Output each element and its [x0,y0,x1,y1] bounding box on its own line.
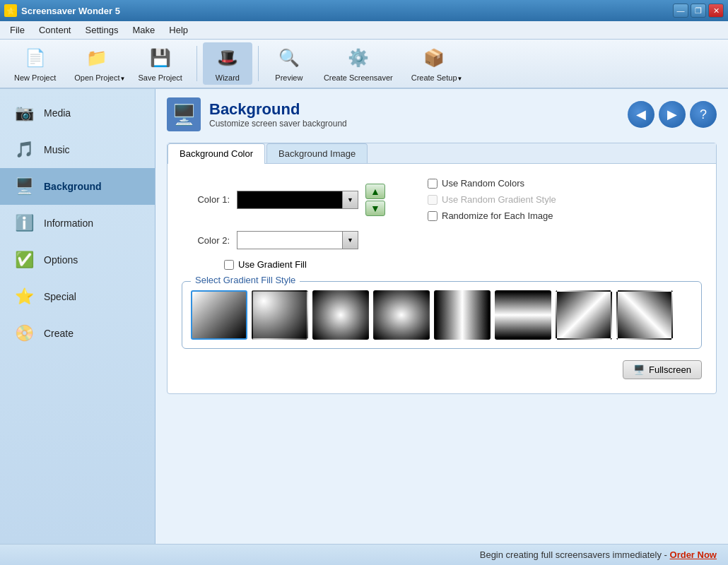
fullscreen-button[interactable]: 🖥️ Fullscreen [623,360,702,379]
menu-settings[interactable]: Settings [80,23,124,37]
color1-preview[interactable] [237,191,343,209]
menu-help[interactable]: Help [163,23,194,37]
color2-row: Color 2: ▼ [182,231,702,249]
main-panel: Background Color Background Image Color … [167,143,717,394]
restore-button[interactable]: ❐ [691,4,706,18]
create-screensaver-label: Create Screensaver [324,73,393,82]
color2-dropdown-button[interactable]: ▼ [343,231,358,249]
tab-bar: Background Color Background Image [168,143,716,164]
preview-label: Preview [275,73,303,82]
background-icon: 🖥️ [11,174,37,199]
preview-icon: 🔍 [276,45,302,71]
color1-label: Color 1: [182,194,230,205]
tab-content-background-color: Color 1: ▼ ▲ ▼ Use Random Colors [168,164,716,393]
use-random-colors-checkbox[interactable] [428,179,438,189]
gradient-section: Select Gradient Fill Style [182,281,702,349]
content-area: 🖥️ Background Customize screen saver bac… [155,89,728,544]
wizard-button[interactable]: 🎩 Wizard [203,42,252,85]
color2-preview[interactable] [237,231,343,249]
fullscreen-icon: 🖥️ [633,364,645,375]
color1-dropdown-button[interactable]: ▼ [343,191,358,209]
page-header-icon: 🖥️ [167,97,201,131]
sidebar-label-special: Special [44,291,76,302]
close-button[interactable]: ✕ [708,4,724,18]
create-setup-label: Create Setup [411,73,457,82]
gradient-swatch-6[interactable] [556,290,612,340]
new-project-label: New Project [14,73,56,82]
new-project-icon: 📄 [23,45,48,71]
swap-arrow-buttons: ▲ ▼ [365,184,385,216]
create-screensaver-button[interactable]: ⚙️ Create Screensaver [315,42,401,85]
swap-up-button[interactable]: ▲ [365,184,385,199]
save-project-icon: 💾 [148,45,173,71]
menu-bar: File Content Settings Make Help [0,21,728,40]
randomize-each-image-checkbox[interactable] [428,211,438,221]
right-checkboxes: Use Random Colors Use Random Gradient St… [428,178,556,221]
use-random-gradient-checkbox[interactable] [428,195,438,205]
sidebar-item-information[interactable]: ℹ️ Information [0,205,155,242]
tab-background-image[interactable]: Background Image [266,143,368,163]
options-icon: ✅ [11,247,37,273]
color1-row: Color 1: ▼ ▲ ▼ Use Random Colors [182,178,702,221]
use-random-gradient-row: Use Random Gradient Style [428,194,556,205]
create-setup-arrow-icon: ▼ [457,76,463,82]
app-icon: ⭐ [4,4,17,17]
minimize-button[interactable]: — [673,4,688,18]
use-gradient-fill-row: Use Gradient Fill [224,259,702,270]
sidebar-item-special[interactable]: ⭐ Special [0,278,155,315]
color2-select: ▼ [237,231,358,249]
page-header: 🖥️ Background Customize screen saver bac… [167,97,717,131]
save-project-button[interactable]: 💾 Save Project [130,42,191,85]
order-now-link[interactable]: Order Now [670,549,717,560]
status-text: Begin creating full screensavers immedia… [480,549,717,560]
save-project-label: Save Project [139,73,182,82]
use-random-colors-row: Use Random Colors [428,178,556,189]
music-icon: 🎵 [11,137,37,162]
toolbar-separator-2 [258,46,259,81]
gradient-swatch-5[interactable] [495,290,551,340]
color2-label: Color 2: [182,235,230,246]
randomize-each-image-row: Randomize for Each Image [428,210,556,221]
page-header-nav: ◀ ▶ ? [628,101,717,128]
gradient-section-title: Select Gradient Fill Style [191,275,300,285]
gradient-swatch-2[interactable] [312,290,369,340]
open-project-button[interactable]: 📁 Open Project ▼ [66,42,128,85]
gradient-section-border: Select Gradient Fill Style [182,281,702,349]
gradient-swatch-0[interactable] [191,290,247,340]
preview-button[interactable]: 🔍 Preview [264,42,314,85]
menu-content[interactable]: Content [33,23,77,37]
gradient-swatch-3[interactable] [373,290,430,340]
sidebar-item-options[interactable]: ✅ Options [0,242,155,278]
new-project-button[interactable]: 📄 New Project [6,42,64,85]
create-setup-button[interactable]: 📦 Create Setup ▼ [403,42,466,85]
nav-forward-button[interactable]: ▶ [659,101,686,128]
sidebar-label-media: Media [44,107,71,119]
gradient-swatch-1[interactable] [252,290,308,340]
page-subtitle: Customize screen saver background [209,119,347,129]
title-bar: ⭐ Screensaver Wonder 5 — ❐ ✕ [0,0,728,21]
use-gradient-fill-checkbox[interactable] [224,260,234,270]
title-bar-left: ⭐ Screensaver Wonder 5 [4,4,120,17]
open-project-arrow-icon: ▼ [120,76,126,82]
sidebar-label-information: Information [44,218,93,229]
sidebar-item-media[interactable]: 📷 Media [0,95,155,131]
nav-help-button[interactable]: ? [690,101,717,128]
menu-file[interactable]: File [4,23,30,37]
information-icon: ℹ️ [11,210,37,236]
menu-make[interactable]: Make [127,23,160,37]
gradient-swatch-7[interactable] [616,290,673,340]
sidebar-item-background[interactable]: 🖥️ Background [0,168,155,205]
tab-background-color[interactable]: Background Color [168,143,265,164]
create-icon: 📀 [11,321,37,346]
sidebar-item-create[interactable]: 📀 Create [0,315,155,352]
fullscreen-area: 🖥️ Fullscreen [182,360,702,379]
gradient-swatch-4[interactable] [434,290,491,340]
nav-back-button[interactable]: ◀ [628,101,654,128]
randomize-each-image-label: Randomize for Each Image [442,210,553,221]
media-icon: 📷 [11,100,37,126]
create-setup-icon: 📦 [421,45,447,71]
sidebar-item-music[interactable]: 🎵 Music [0,131,155,168]
special-icon: ⭐ [11,284,37,309]
page-title: Background [209,100,347,119]
swap-down-button[interactable]: ▼ [365,201,385,216]
